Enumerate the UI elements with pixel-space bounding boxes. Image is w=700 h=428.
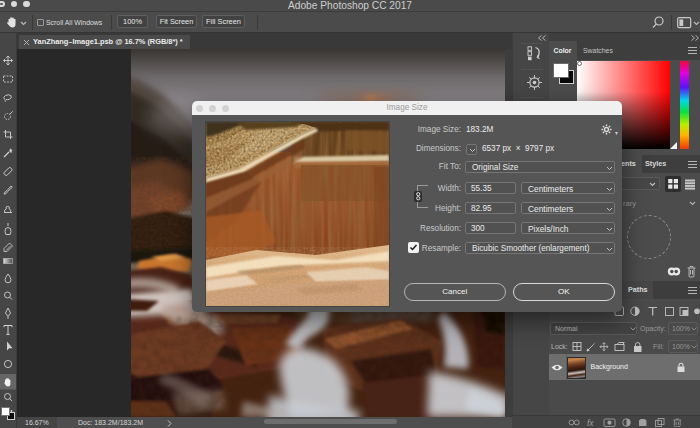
svg-text:fx: fx bbox=[587, 418, 594, 427]
